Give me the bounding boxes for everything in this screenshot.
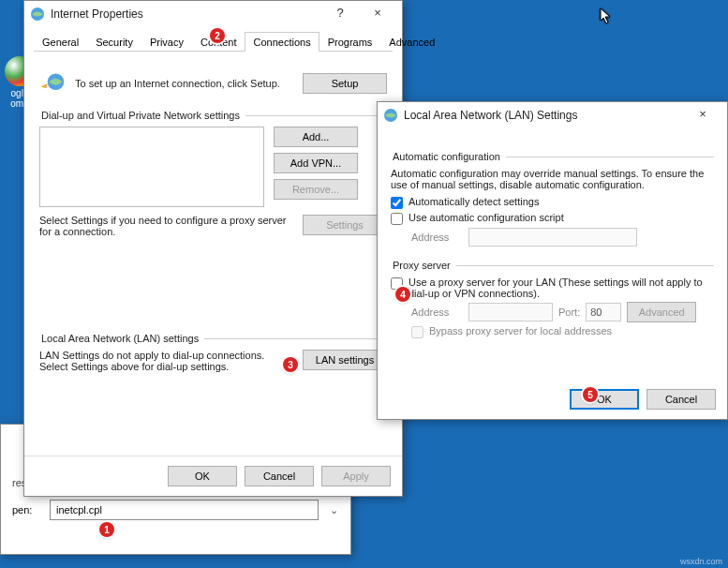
bypass-local-label: Bypass proxy server for local addresses bbox=[429, 325, 612, 336]
proxy-legend: Proxy server bbox=[391, 260, 456, 271]
script-address-input[interactable] bbox=[468, 228, 637, 247]
connection-wizard-icon bbox=[39, 70, 66, 97]
apply-button[interactable]: Apply bbox=[321, 466, 391, 486]
proxy-address-label: Address bbox=[411, 306, 463, 318]
lan-ok-button[interactable]: OK bbox=[570, 389, 639, 410]
internet-options-icon bbox=[30, 7, 45, 22]
credit: wsxdn.com bbox=[680, 557, 722, 566]
script-address-label: Address bbox=[411, 232, 463, 243]
tab-security[interactable]: Security bbox=[87, 32, 141, 52]
setup-button[interactable]: Setup bbox=[303, 73, 387, 94]
help-button[interactable]: ? bbox=[321, 5, 359, 23]
tab-connections[interactable]: Connections bbox=[245, 32, 319, 52]
dropdown-chevron-icon[interactable]: ⌄ bbox=[328, 504, 339, 516]
cancel-button[interactable]: Cancel bbox=[245, 466, 314, 486]
settings-text: Select Settings if you need to configure… bbox=[39, 215, 293, 237]
ok-button[interactable]: OK bbox=[168, 466, 237, 486]
lan-cancel-button[interactable]: Cancel bbox=[646, 389, 716, 410]
auto-detect-label: Automatically detect settings bbox=[409, 196, 539, 207]
setup-text: To set up an Internet connection, click … bbox=[75, 78, 293, 89]
use-proxy-label: Use a proxy server for your LAN (These s… bbox=[409, 277, 714, 299]
cursor-icon bbox=[600, 7, 613, 28]
marker-5: 5 bbox=[583, 387, 598, 402]
add-vpn-button[interactable]: Add VPN... bbox=[274, 153, 358, 173]
run-input[interactable] bbox=[50, 500, 319, 520]
connection-settings-button[interactable]: Settings bbox=[303, 215, 387, 235]
proxy-advanced-button[interactable]: Advanced bbox=[627, 302, 696, 322]
window-title: Internet Properties bbox=[51, 7, 321, 21]
lan-icon bbox=[383, 108, 398, 123]
run-open-label: pen: bbox=[12, 504, 40, 516]
tab-advanced[interactable]: Advanced bbox=[380, 32, 443, 52]
internet-properties-window: Internet Properties ? × General Security… bbox=[23, 0, 403, 497]
remove-button[interactable]: Remove... bbox=[274, 179, 358, 200]
marker-3: 3 bbox=[283, 357, 298, 372]
lan-settings-button[interactable]: LAN settings bbox=[303, 350, 387, 370]
auto-script-checkbox[interactable]: Use automatic configuration script bbox=[391, 212, 714, 225]
auto-config-legend: Automatic configuration bbox=[391, 151, 506, 162]
dialup-legend: Dial-up and Virtual Private Network sett… bbox=[39, 110, 245, 121]
tab-general[interactable]: General bbox=[34, 32, 87, 52]
lan-close-button[interactable]: × bbox=[684, 106, 721, 125]
add-button[interactable]: Add... bbox=[274, 127, 358, 147]
marker-4: 4 bbox=[395, 287, 410, 302]
lan-legend: Local Area Network (LAN) settings bbox=[39, 333, 204, 344]
tab-privacy[interactable]: Privacy bbox=[141, 32, 192, 52]
proxy-port-input[interactable] bbox=[586, 303, 621, 321]
bypass-local-input[interactable] bbox=[411, 326, 423, 338]
use-proxy-checkbox[interactable]: Use a proxy server for your LAN (These s… bbox=[391, 277, 714, 299]
lan-text: LAN Settings do not apply to dial-up con… bbox=[39, 350, 293, 372]
auto-config-desc: Automatic configuration may override man… bbox=[391, 168, 714, 190]
proxy-port-label: Port: bbox=[558, 306, 580, 318]
marker-2: 2 bbox=[210, 28, 225, 43]
marker-1: 1 bbox=[99, 522, 114, 537]
auto-script-label: Use automatic configuration script bbox=[409, 212, 564, 223]
auto-script-input[interactable] bbox=[391, 213, 403, 225]
tab-programs[interactable]: Programs bbox=[319, 32, 381, 52]
close-button[interactable]: × bbox=[359, 5, 396, 23]
titlebar: Internet Properties ? × bbox=[24, 1, 402, 27]
proxy-address-input[interactable] bbox=[468, 303, 553, 321]
lan-window-title: Local Area Network (LAN) Settings bbox=[404, 109, 684, 122]
auto-detect-input[interactable] bbox=[391, 197, 403, 209]
auto-detect-checkbox[interactable]: Automatically detect settings bbox=[391, 196, 714, 209]
dialup-listbox[interactable] bbox=[39, 127, 264, 207]
lan-settings-window: Local Area Network (LAN) Settings × Auto… bbox=[377, 101, 728, 420]
